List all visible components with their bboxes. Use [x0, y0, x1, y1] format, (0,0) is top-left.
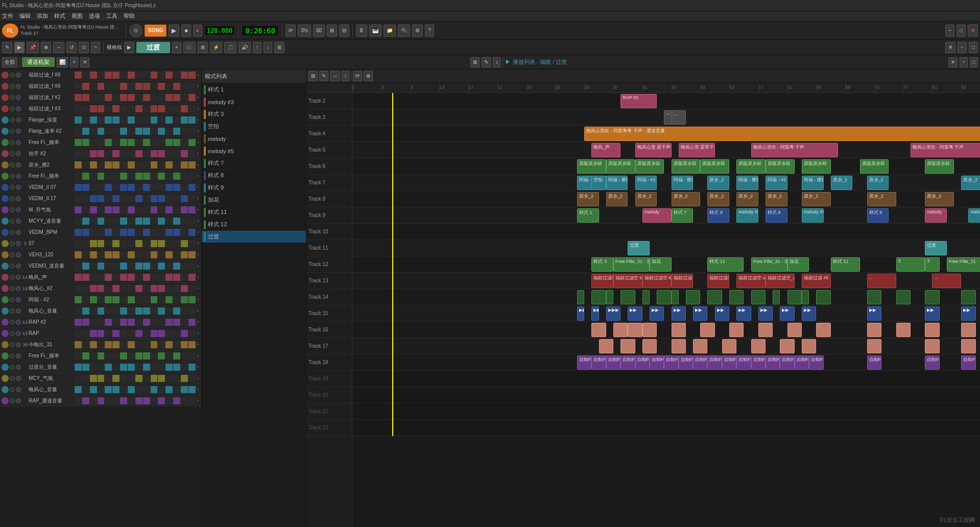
- ch-pad[interactable]: [143, 184, 150, 191]
- ch-pads[interactable]: [75, 173, 196, 180]
- tool-btn-2[interactable]: 3½: [298, 25, 311, 37]
- ch-pad[interactable]: [158, 251, 165, 258]
- ch-pad[interactable]: [181, 274, 188, 281]
- ch-pad[interactable]: [165, 128, 173, 135]
- ch-pad[interactable]: [90, 386, 97, 393]
- pattern-item[interactable]: 空拍: [202, 121, 306, 133]
- ch-pad[interactable]: [165, 397, 173, 404]
- ch-add-btn[interactable]: +: [196, 207, 200, 212]
- ch-add-btn[interactable]: +: [196, 174, 200, 179]
- ch-pad[interactable]: [165, 251, 173, 258]
- ch-pad[interactable]: [181, 161, 188, 169]
- ch-add-btn[interactable]: +: [196, 162, 200, 167]
- ch-power-btn[interactable]: [2, 94, 9, 101]
- pattern-magnet-btn[interactable]: ⊕: [41, 42, 51, 53]
- ch-pad[interactable]: [151, 128, 158, 135]
- ch-pad[interactable]: [181, 218, 188, 225]
- ch-pad[interactable]: [82, 71, 89, 79]
- ch-pad[interactable]: [135, 364, 142, 371]
- ch-pad[interactable]: [173, 105, 180, 112]
- clip-block[interactable]: 空拍: [591, 176, 606, 190]
- ch-pad[interactable]: [135, 195, 142, 202]
- ch-pad[interactable]: [143, 128, 150, 135]
- ch-pad[interactable]: [158, 195, 165, 202]
- clip-block[interactable]: 福鼓过滤空 toff #5: [613, 274, 642, 288]
- ch-add-btn[interactable]: +: [196, 286, 200, 291]
- ch-pad[interactable]: [120, 229, 127, 236]
- clip-block[interactable]: ▶▶: [802, 306, 816, 321]
- clip-block[interactable]: ▶▶: [961, 306, 975, 321]
- ch-pad[interactable]: [112, 251, 119, 258]
- ch-pad[interactable]: [181, 285, 188, 292]
- ch-pad[interactable]: [151, 161, 158, 169]
- clip-block[interactable]: 晚风心里吹 - 阿梨粤 干声: [751, 143, 838, 157]
- minimize-btn[interactable]: −: [945, 25, 954, 37]
- pl-tool-4[interactable]: ↕: [342, 71, 349, 81]
- ch-pad[interactable]: [158, 229, 165, 236]
- ch-pad[interactable]: [188, 195, 196, 202]
- ch-pad[interactable]: [135, 206, 142, 213]
- ch-solo-btn[interactable]: [16, 297, 21, 302]
- pattern-item[interactable]: melody #5: [202, 145, 306, 157]
- ch-pad[interactable]: [112, 341, 119, 348]
- ch-pad[interactable]: [128, 229, 135, 236]
- ch-solo-btn[interactable]: [16, 398, 21, 403]
- pl-close-btn[interactable]: ✕: [948, 57, 958, 67]
- pattern-item[interactable]: 样式 8: [202, 170, 306, 182]
- ch-power-btn[interactable]: [2, 195, 9, 202]
- pattern-item[interactable]: 样式 7: [202, 157, 306, 170]
- tool-btn-1[interactable]: ⟳: [285, 25, 296, 37]
- ch-pad[interactable]: [120, 307, 127, 315]
- ch-pad[interactable]: [135, 240, 142, 247]
- ch-pad[interactable]: [75, 240, 82, 247]
- ch-pad[interactable]: [143, 285, 150, 292]
- pb-btn-6[interactable]: ↑: [253, 42, 261, 53]
- ch-pad[interactable]: [120, 386, 127, 393]
- ch-pad[interactable]: [181, 330, 188, 337]
- clip-block[interactable]: 福鼓过滤空_off #5: [591, 274, 613, 288]
- ch-pad[interactable]: [105, 319, 112, 326]
- ch-pad[interactable]: [112, 330, 119, 337]
- ch-pad[interactable]: [143, 83, 150, 90]
- ch-pad[interactable]: [181, 319, 188, 326]
- ch-pad[interactable]: [112, 83, 119, 90]
- ch-pad[interactable]: [75, 341, 82, 348]
- ch-power-btn[interactable]: [2, 285, 9, 292]
- ch-pad[interactable]: [128, 262, 135, 270]
- ch-pad[interactable]: [158, 352, 165, 360]
- ch-power-btn[interactable]: [2, 229, 9, 236]
- ch-pad[interactable]: [105, 218, 112, 225]
- channel-row[interactable]: 14 晚风_声 +: [0, 272, 201, 283]
- ch-pad[interactable]: [98, 173, 105, 180]
- ch-pad[interactable]: [173, 173, 180, 180]
- ch-pad[interactable]: [90, 161, 97, 169]
- clip-block[interactable]: melody #5: [736, 208, 758, 223]
- ch-pad[interactable]: [98, 397, 105, 404]
- ch-mute-btn[interactable]: [10, 230, 15, 235]
- ch-pad[interactable]: [75, 195, 82, 202]
- ch-pad[interactable]: [188, 71, 196, 79]
- ch-pad[interactable]: [75, 262, 82, 270]
- clip-block[interactable]: [787, 290, 802, 304]
- ch-pad[interactable]: [188, 307, 196, 315]
- clip-block[interactable]: 加花: [650, 257, 672, 272]
- channel-row[interactable]: M. 升气氛 +: [0, 204, 201, 215]
- clip-block[interactable]: 自制FX: [591, 355, 606, 370]
- channel-row[interactable]: VEDM_II 17 +: [0, 193, 201, 204]
- ch-pad[interactable]: [165, 71, 173, 79]
- ch-pad[interactable]: [90, 206, 97, 213]
- ch-pad[interactable]: [165, 352, 173, 360]
- channel-row[interactable]: 39 今晚出_31 +: [0, 339, 201, 350]
- channel-row[interactable]: Free Fi._频率 +: [0, 171, 201, 182]
- ch-pad[interactable]: [165, 296, 173, 303]
- ch-pad[interactable]: [173, 341, 180, 348]
- ch-mute-btn[interactable]: [10, 398, 15, 403]
- track-row[interactable]: 原版原乡鼓原版原乡鼓原版原乡鼓原版原乡鼓原版原乡鼓原版原乡鼓原版原乡鼓原版原乡鼓…: [352, 158, 980, 175]
- channel-row[interactable]: 福鼓过滤_f #2 +: [0, 92, 201, 103]
- clip-block[interactable]: 原版原乡鼓: [860, 159, 889, 174]
- ch-mute-btn[interactable]: [10, 297, 15, 302]
- channel-row[interactable]: VEDM_BPM +: [0, 227, 201, 238]
- ch-pad[interactable]: [112, 262, 119, 270]
- grid-play-btn[interactable]: ▶: [124, 42, 134, 53]
- pattern-lr-btn[interactable]: ↔: [53, 42, 64, 53]
